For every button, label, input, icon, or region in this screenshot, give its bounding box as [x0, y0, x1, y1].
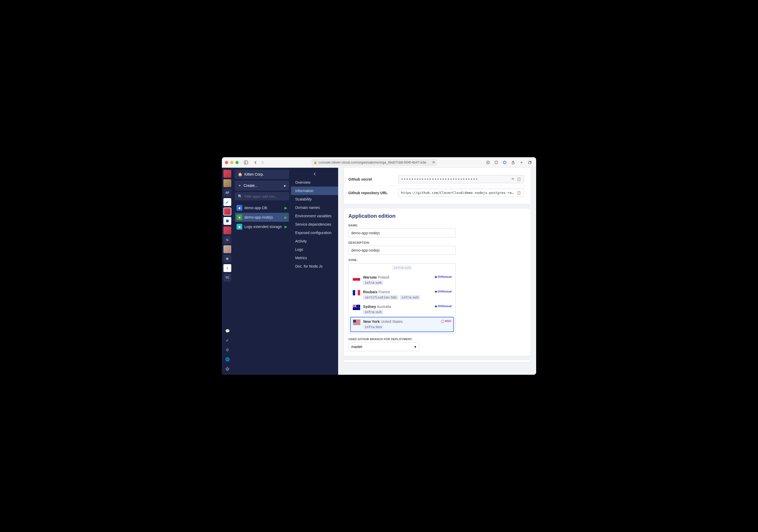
rail-check-icon[interactable]: ✔	[224, 337, 231, 344]
close-window-button[interactable]	[225, 161, 228, 164]
menu-item-exposed-configuration[interactable]: Exposed configuration	[291, 229, 338, 237]
rail-org-7[interactable]: G	[224, 236, 231, 244]
svg-rect-0	[244, 161, 248, 164]
play-icon[interactable]: ▶	[285, 206, 287, 210]
zone-item-warsaw[interactable]: Warsaw Poland infra:ovh ◆ OVHcloud	[350, 273, 454, 288]
url-bar[interactable]: 🔒 console.clever-cloud.com/organisations…	[311, 159, 437, 166]
org-selector[interactable]: 🏠 Kitten Corp.	[235, 170, 289, 179]
github-url-value: https://github.com/CleverCloud/demo-node…	[401, 191, 515, 195]
github-url-label: Github repository URL	[348, 191, 398, 195]
zone-item-new-york[interactable]: New York United States infra:bso ◯ BSO	[350, 317, 454, 332]
tabs-icon[interactable]	[527, 160, 533, 166]
menu-item-scalability[interactable]: Scalability	[291, 195, 338, 203]
app-item-label: demo-app-DB	[244, 206, 267, 210]
menu-item-overview[interactable]: Overview	[291, 178, 338, 187]
edition-title: Application edition	[348, 213, 526, 219]
rail-org-0[interactable]	[224, 170, 231, 178]
back-button[interactable]	[252, 160, 258, 166]
next-card	[343, 360, 531, 363]
new-tab-icon[interactable]	[518, 160, 525, 166]
app-search[interactable]: 🔍	[235, 192, 289, 200]
share-icon[interactable]	[510, 160, 516, 166]
menu-item-service-dependencies[interactable]: Service dependencies	[291, 220, 338, 229]
eye-icon[interactable]: 👁	[511, 177, 515, 181]
copy-icon[interactable]: 📋	[517, 177, 521, 181]
menu-item-environment-variables[interactable]: Environment variables	[291, 212, 338, 220]
app-item-label: Logs extended storage	[244, 225, 282, 229]
description-input[interactable]	[348, 246, 456, 255]
rail-globe-icon[interactable]: 🌐	[224, 355, 231, 363]
zone-tag: infra:bso	[363, 325, 383, 330]
app-item-logs[interactable]: ◆ Logs extended storage ▶	[235, 222, 289, 231]
reader-icon[interactable]: ⟳	[432, 160, 435, 164]
github-card: Github secret ••••••••••••••••••••••••••…	[343, 168, 531, 204]
shield-icon[interactable]	[493, 160, 500, 166]
copy-icon[interactable]: 📋	[517, 191, 521, 195]
name-label: Name:	[348, 224, 526, 227]
app-menu: OverviewInformationScalabilityDomain nam…	[291, 168, 338, 375]
rail-org-10[interactable]: ⦀	[224, 264, 231, 272]
app-item-db[interactable]: ◆ demo-app-DB ▶	[235, 203, 289, 212]
search-input[interactable]	[244, 195, 288, 198]
svg-rect-6	[353, 275, 360, 278]
svg-rect-9	[355, 290, 358, 295]
menu-item-domain-names[interactable]: Domain names	[291, 203, 338, 212]
rail-org-8[interactable]	[224, 245, 231, 253]
svg-point-13	[358, 306, 359, 306]
menu-item-metrics[interactable]: Metrics	[291, 254, 338, 262]
zone-item-sydney[interactable]: Sydney Australia infra:ovh ◆ OVHcloud	[350, 302, 454, 317]
rail-org-2[interactable]: AF	[224, 189, 231, 196]
app-item-node[interactable]: ◆ demo-app-nodejs ▶	[235, 213, 289, 222]
menu-item-activity[interactable]: Activity	[291, 237, 338, 245]
zone-tag: infra:ovh	[363, 280, 383, 285]
rail-org-3[interactable]: 🧪	[224, 198, 231, 206]
play-icon[interactable]: ▶	[285, 215, 287, 219]
maximize-window-button[interactable]	[235, 161, 239, 164]
create-button[interactable]: ＋ Create... ▸	[235, 181, 289, 190]
zone-provider: ◯ BSO	[441, 319, 451, 323]
play-icon[interactable]: ▶	[285, 225, 287, 229]
create-label: Create...	[244, 184, 258, 188]
rail-org-9[interactable]: ⬢	[224, 255, 231, 263]
svg-rect-7	[353, 278, 360, 281]
chevron-right-icon: ▸	[284, 184, 286, 188]
svg-point-14	[358, 308, 359, 309]
partial-tag: infra:ovh	[392, 266, 412, 270]
extension-icon[interactable]	[501, 160, 508, 166]
zone-title: Sydney Australia	[363, 304, 431, 309]
menu-item-logs[interactable]: Logs	[291, 245, 338, 254]
rail-power-icon[interactable]: ⏻	[224, 365, 231, 372]
zone-title: New York United States	[363, 319, 438, 324]
main-content: Github secret ••••••••••••••••••••••••••…	[338, 168, 536, 375]
svg-point-15	[357, 307, 358, 308]
menu-item-information[interactable]: Information	[291, 187, 338, 195]
zone-provider: ◆ OVHcloud	[435, 304, 452, 308]
minimize-window-button[interactable]	[230, 161, 233, 164]
rail-org-1[interactable]	[224, 179, 231, 187]
edition-card: Application edition Name: Description: Z…	[343, 208, 531, 356]
rail-settings-icon[interactable]: ⚙	[224, 346, 231, 354]
rail-org-5[interactable]	[224, 217, 231, 225]
menu-item-doc-for-node-js[interactable]: Doc. for Node.Js	[291, 262, 338, 270]
svg-rect-8	[353, 290, 355, 295]
rail-org-6[interactable]	[224, 227, 231, 234]
download-icon[interactable]	[485, 160, 491, 166]
menu-collapse-button[interactable]	[291, 170, 338, 178]
logs-icon: ◆	[236, 224, 242, 230]
org-column: 🏠 Kitten Corp. ＋ Create... ▸ 🔍 ◆ demo-ap…	[233, 168, 291, 375]
zone-item-roubaix[interactable]: Roubaix France certification:hdsinfra:ov…	[350, 288, 454, 302]
rail-org-11[interactable]: TC	[224, 274, 231, 281]
rail-chat-icon[interactable]: 💬	[224, 327, 231, 335]
github-secret-field: •••••••••••••••••••••••••••••• 👁 📋	[398, 175, 524, 183]
svg-point-3	[503, 161, 506, 164]
branch-select[interactable]: master ▾	[348, 342, 419, 351]
forward-button[interactable]	[259, 160, 266, 166]
name-input[interactable]	[348, 229, 456, 237]
zone-title: Warsaw Poland	[363, 275, 431, 279]
branch-value: master	[351, 345, 362, 349]
sidebar-toggle-icon[interactable]	[243, 160, 249, 166]
rail-org-4-active[interactable]	[224, 208, 231, 215]
github-url-field: https://github.com/CleverCloud/demo-node…	[398, 189, 524, 197]
lock-icon: 🔒	[314, 160, 317, 164]
github-secret-value: ••••••••••••••••••••••••••••••	[401, 177, 509, 181]
